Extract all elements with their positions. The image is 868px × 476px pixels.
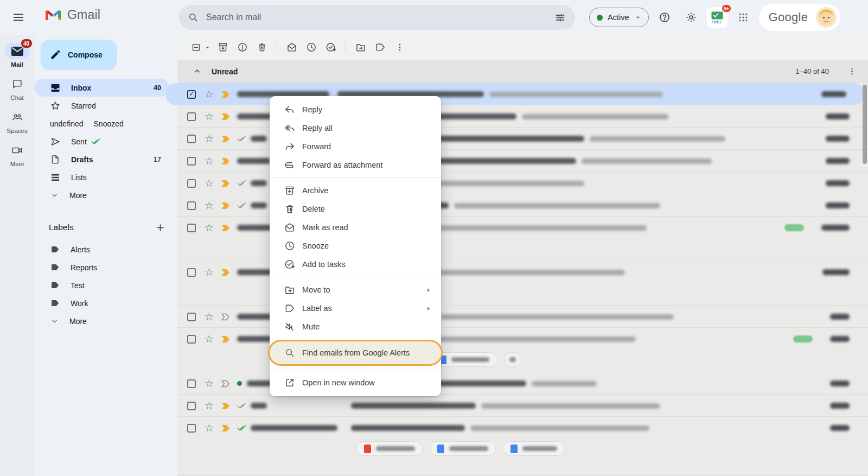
importance-marker-icon[interactable] [221,313,237,321]
sidebar-item-drafts[interactable]: Drafts17 [34,150,169,168]
menu-item-open-in-new-window[interactable]: Open in new window [270,373,441,392]
main-menu-icon[interactable] [8,7,29,28]
row-checkbox[interactable] [187,135,196,143]
row-checkbox[interactable] [187,90,196,99]
rail-item-chat[interactable]: Chat [0,76,34,101]
star-icon[interactable]: ☆ [205,334,214,344]
menu-item-forward[interactable]: Forward [270,137,441,156]
sidebar-item-snoozed[interactable]: undefinedSnoozed [34,115,169,132]
scrollbar[interactable] [863,85,867,164]
menu-item-archive[interactable]: Archive [270,181,441,200]
menu-item-add-to-tasks[interactable]: Add to tasks [270,255,441,274]
importance-marker-icon[interactable] [221,180,237,187]
star-icon[interactable]: ☆ [205,111,214,122]
star-icon[interactable]: ☆ [205,312,214,322]
importance-marker-icon[interactable] [221,202,237,210]
list-more-icon[interactable] [844,64,859,79]
menu-item-snooze[interactable]: Snooze [270,237,441,255]
rail-item-spaces[interactable]: Spaces [0,109,34,134]
compose-button[interactable]: Compose [41,40,117,69]
delete-button[interactable] [252,37,272,57]
search-options-icon[interactable] [549,7,571,28]
star-icon[interactable]: ☆ [205,401,214,411]
row-checkbox[interactable] [187,402,196,410]
menu-item-mute[interactable]: Mute [270,318,441,336]
row-checkbox[interactable] [187,268,196,277]
importance-marker-icon[interactable] [221,113,237,120]
archive-button[interactable] [213,37,233,57]
sidebar-item-starred[interactable]: Starred [34,97,169,115]
mailtrack-extension-icon[interactable]: FREE 9+ [707,7,727,28]
row-checkbox[interactable] [187,157,196,166]
star-icon[interactable]: ☆ [205,156,214,166]
star-icon[interactable]: ☆ [205,89,214,99]
menu-item-label-as[interactable]: Label as [270,299,441,318]
attachment-chip[interactable] [356,441,423,456]
sidebar-item-lists[interactable]: Lists [34,168,169,186]
importance-marker-icon[interactable] [221,91,237,98]
importance-marker-icon[interactable] [221,424,237,432]
sidebar-item-more[interactable]: More [34,186,169,204]
sidebar-label-more[interactable]: More [34,312,169,330]
attachment-chip[interactable] [430,441,496,456]
row-checkbox[interactable] [187,179,196,188]
importance-marker-icon[interactable] [221,380,237,388]
importance-marker-icon[interactable] [221,157,237,165]
menu-item-mark-as-read[interactable]: Mark as read [270,218,441,237]
search-bar[interactable] [179,5,575,30]
google-account-button[interactable]: Google [759,4,841,31]
importance-marker-icon[interactable] [221,335,237,343]
sidebar-label-reports[interactable]: Reports [34,258,169,276]
row-checkbox[interactable] [187,112,196,121]
attachment-chip[interactable] [503,441,565,456]
row-checkbox[interactable] [187,335,196,344]
row-checkbox[interactable] [187,379,196,388]
move-to-button[interactable] [351,37,371,57]
email-row[interactable]: ☆ [177,395,868,417]
collapse-section-icon[interactable] [190,65,203,78]
sidebar-item-sent[interactable]: Sent [34,132,169,150]
apps-grid-icon[interactable] [732,7,754,28]
star-icon[interactable]: ☆ [205,223,214,233]
sidebar-item-inbox[interactable]: Inbox40 [34,79,169,97]
row-checkbox[interactable] [187,424,196,433]
search-input[interactable] [206,12,549,22]
importance-marker-icon[interactable] [221,135,237,143]
rail-item-meet[interactable]: Meet [0,142,34,167]
snooze-button[interactable] [302,37,321,57]
row-checkbox[interactable] [187,224,196,232]
star-icon[interactable]: ☆ [205,178,214,188]
labels-button[interactable] [371,37,390,57]
report-spam-button[interactable] [233,37,252,57]
help-icon[interactable] [654,7,675,28]
select-caret[interactable] [202,37,212,57]
importance-marker-icon[interactable] [221,224,237,232]
star-icon[interactable]: ☆ [205,134,214,144]
menu-item-reply[interactable]: Reply [270,100,441,119]
row-checkbox[interactable] [187,201,196,210]
email-row[interactable]: ☆ [177,417,868,476]
add-to-tasks-button[interactable] [321,37,341,57]
menu-item-forward-as-attachment[interactable]: Forward as attachment [270,156,441,174]
rail-item-mail[interactable]: 40Mail [0,43,34,68]
sidebar-label-alerts[interactable]: Alerts [34,240,169,258]
star-icon[interactable]: ☆ [205,378,214,389]
menu-item-reply-all[interactable]: Reply all [270,119,441,137]
star-icon[interactable]: ☆ [205,200,214,211]
sidebar-label-work[interactable]: Work [34,294,169,312]
importance-marker-icon[interactable] [221,269,237,276]
attachment-overflow-chip[interactable] [504,352,521,367]
menu-item-delete[interactable]: Delete [270,200,441,218]
row-checkbox[interactable] [187,313,196,321]
menu-item-find-emails-from-google-alerts[interactable]: Find emails from Google Alerts [268,340,443,366]
create-label-icon[interactable] [155,223,165,233]
mark-unread-button[interactable] [282,37,302,57]
sidebar-label-test[interactable]: Test [34,276,169,294]
avatar[interactable] [815,7,837,28]
star-icon[interactable]: ☆ [205,267,214,277]
star-icon[interactable]: ☆ [205,423,214,433]
menu-item-move-to[interactable]: Move to [270,281,441,299]
status-selector[interactable]: Active [589,8,649,27]
more-button[interactable] [390,37,410,57]
importance-marker-icon[interactable] [221,402,237,410]
